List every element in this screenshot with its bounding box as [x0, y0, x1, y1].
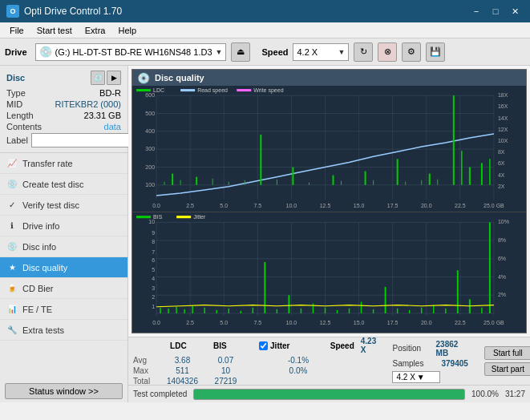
avg-ldc: 3.68: [160, 356, 204, 365]
sidebar-item-fe-te[interactable]: 📊 FE / TE: [0, 299, 127, 320]
svg-text:4X: 4X: [498, 172, 505, 178]
svg-text:8%: 8%: [498, 237, 507, 244]
disc-icon-btn-1[interactable]: 💿: [91, 71, 105, 85]
title-bar: O Opti Drive Control 1.70 − □ ✕: [0, 0, 530, 22]
disc-row-length: Length 23.31 GB: [6, 111, 121, 120]
speed-selector-stat[interactable]: 4.2 X ▼: [392, 371, 440, 383]
disc-row-contents: Contents data: [6, 122, 121, 131]
svg-text:Write speed: Write speed: [253, 87, 283, 94]
svg-text:5.0: 5.0: [220, 321, 228, 327]
menu-start-test[interactable]: Start test: [30, 24, 79, 37]
disc-type-label: Type: [6, 88, 26, 98]
disc-quality-header: 💿 Disc quality: [132, 70, 526, 86]
svg-text:2X: 2X: [498, 184, 505, 189]
disc-label-key: Label: [6, 135, 28, 145]
svg-text:2%: 2%: [498, 293, 507, 299]
svg-text:Jitter: Jitter: [193, 214, 206, 220]
disc-length-label: Length: [6, 111, 34, 120]
samples-value: 379405: [441, 359, 467, 368]
progress-percent: 100.0%: [471, 390, 499, 398]
svg-text:600: 600: [145, 92, 155, 98]
svg-text:8: 8: [152, 239, 155, 245]
sidebar-item-drive-info[interactable]: ℹ Drive info: [0, 216, 127, 236]
disc-title: Disc: [6, 73, 25, 83]
sidebar-item-verify-test-disc[interactable]: ✓ Verify test disc: [0, 195, 127, 216]
start-part-button[interactable]: Start part: [484, 362, 530, 376]
svg-text:2.5: 2.5: [186, 203, 194, 208]
menu-help[interactable]: Help: [111, 24, 143, 37]
disc-length-value: 23.31 GB: [84, 111, 121, 120]
disc-row-mid: MID RITEKBR2 (000): [6, 99, 121, 109]
disc-label-row: Label ▶: [6, 133, 121, 147]
svg-text:8X: 8X: [498, 149, 505, 155]
menu-extra[interactable]: Extra: [79, 24, 112, 37]
jitter-checkbox[interactable]: [259, 341, 268, 350]
toolbar: Drive 💿 (G:) HL-DT-ST BD-RE WH16NS48 1.D…: [0, 38, 530, 66]
speed-label: Speed: [261, 47, 288, 57]
svg-text:4: 4: [152, 276, 155, 282]
svg-text:17.5: 17.5: [387, 321, 399, 327]
svg-rect-76: [136, 216, 151, 218]
svg-rect-78: [176, 216, 191, 218]
drive-info-label: Drive info: [22, 221, 59, 231]
stats-bar: LDC BIS Jitter Speed 4.23 X Avg 3.68 0.0…: [128, 337, 530, 385]
fe-te-label: FE / TE: [22, 305, 52, 314]
sidebar-item-cd-bier[interactable]: 🍺 CD Bier: [0, 278, 127, 299]
svg-text:15.0: 15.0: [354, 321, 365, 327]
disc-info-icon: 💿: [6, 241, 18, 252]
jitter-col-header: Jitter: [270, 341, 289, 350]
svg-rect-5: [237, 89, 251, 91]
svg-text:2: 2: [152, 295, 155, 301]
progress-track: [193, 389, 465, 400]
maximize-button[interactable]: □: [487, 4, 504, 18]
max-jitter: 0.0%: [266, 366, 330, 375]
menu-file[interactable]: File: [3, 24, 30, 37]
sidebar-item-transfer-rate[interactable]: 📈 Transfer rate: [0, 153, 127, 174]
settings-button[interactable]: ⚙: [402, 42, 421, 62]
svg-text:22.5: 22.5: [455, 203, 466, 208]
save-button[interactable]: 💾: [426, 42, 445, 62]
status-window-button[interactable]: Status window >>: [5, 383, 123, 399]
avg-jitter: -0.1%: [266, 356, 330, 365]
max-ldc: 511: [160, 366, 204, 375]
drive-selector[interactable]: 💿 (G:) HL-DT-ST BD-RE WH16NS48 1.D3 ▼: [35, 43, 227, 61]
time-text: 31:27: [505, 390, 525, 398]
verify-test-disc-icon: ✓: [6, 200, 18, 211]
disc-quality-icon: ★: [6, 262, 18, 273]
eject-button[interactable]: ⏏: [231, 42, 250, 62]
disc-icon-btn-2[interactable]: ▶: [107, 71, 121, 85]
speed-selector[interactable]: 4.2 X ▼: [293, 43, 349, 61]
svg-text:7: 7: [152, 249, 155, 256]
svg-text:Read speed: Read speed: [197, 87, 228, 94]
svg-text:7.5: 7.5: [253, 203, 261, 208]
drive-info-icon: ℹ: [6, 220, 18, 232]
svg-text:6X: 6X: [498, 160, 505, 166]
sidebar-item-create-test-disc[interactable]: 💿 Create test disc: [0, 174, 127, 195]
svg-text:300: 300: [145, 146, 155, 151]
erase-button[interactable]: ⊗: [378, 42, 397, 62]
sidebar-item-extra-tests[interactable]: 🔧 Extra tests: [0, 320, 127, 341]
svg-text:20.0: 20.0: [421, 321, 432, 327]
minimize-button[interactable]: −: [467, 4, 485, 18]
create-test-disc-icon: 💿: [6, 179, 18, 190]
top-chart: LDC Read speed Write speed: [132, 86, 526, 212]
sidebar-item-disc-info[interactable]: 💿 Disc info: [0, 236, 127, 257]
svg-text:3: 3: [152, 285, 155, 292]
sidebar-item-disc-quality[interactable]: ★ Disc quality: [0, 257, 127, 278]
progress-fill: [194, 390, 464, 399]
svg-rect-0: [132, 86, 526, 212]
close-button[interactable]: ✕: [506, 4, 524, 18]
speed-select-value: 4.2 X: [396, 373, 415, 382]
drive-label: Drive: [5, 47, 27, 57]
app-title: Opti Drive Control 1.70: [24, 6, 122, 17]
disc-quality-header-icon: 💿: [137, 72, 150, 84]
verify-test-disc-label: Verify test disc: [22, 200, 79, 210]
refresh-button[interactable]: ↻: [354, 42, 373, 62]
start-buttons: Start full Start part: [484, 346, 530, 376]
svg-text:LDC: LDC: [153, 87, 164, 93]
bis-col-header: BIS: [203, 341, 237, 350]
svg-text:12.5: 12.5: [320, 321, 331, 327]
start-full-button[interactable]: Start full: [484, 346, 530, 360]
disc-contents-value[interactable]: data: [104, 122, 121, 131]
disc-row-type: Type BD-R: [6, 88, 121, 98]
